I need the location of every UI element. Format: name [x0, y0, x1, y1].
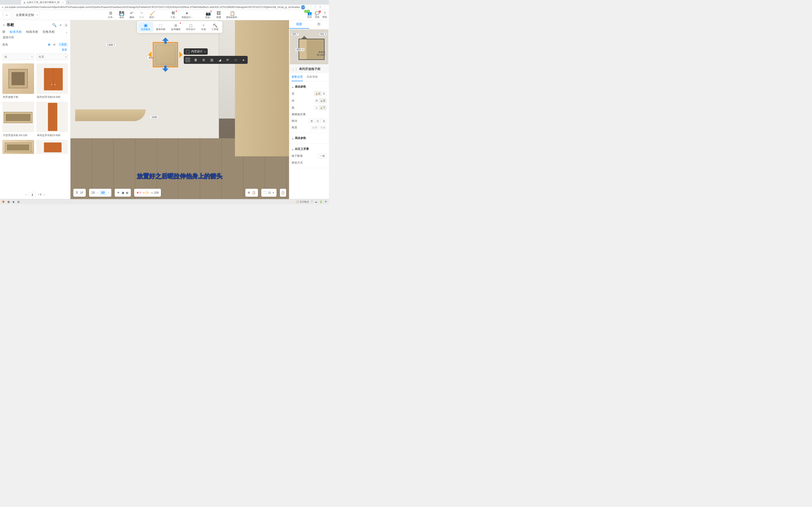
ai-design-button[interactable]: ✦智能设计 [179, 10, 195, 19]
width-anchor[interactable]: 左右 [314, 91, 326, 96]
contrast-icon[interactable]: ◐ [126, 191, 129, 194]
minimap[interactable]: 308.7 691.3 4951.4 未命名 39.19m² [290, 30, 328, 64]
tab-corner[interactable]: 切角吊柜 [43, 30, 55, 34]
undo-button[interactable]: ↶撤销 [127, 10, 137, 19]
app-icon[interactable]: ▦ [7, 201, 10, 203]
chrome-icon[interactable]: ◉ [12, 201, 14, 203]
gallery-button[interactable]: 🖼图册 [214, 10, 223, 19]
mode-dropdown[interactable]: 全屋家具定制 [13, 11, 40, 19]
tab-special[interactable]: 特殊吊柜 [26, 30, 38, 34]
viewport-3d[interactable]: ▣选择整体 ⬚整体风格 ⊕全局编辑 ◻内空设计 ✧生成 🔨工具箱 1308.7 … [70, 20, 289, 199]
expand-icon[interactable]: ⛶ [185, 57, 190, 62]
section-custom[interactable]: ⌄ 自定义变量 [292, 146, 326, 152]
download-icon[interactable]: ⭳ [319, 5, 321, 9]
color-dropdown[interactable]: 色系 [37, 54, 68, 60]
clear-button[interactable]: 🧹清空 [147, 10, 158, 19]
tab-params[interactable]: 参数设置 [292, 73, 303, 81]
profile-avatar[interactable]: 01:29 [301, 5, 305, 9]
erase-icon[interactable]: ◢ [217, 57, 222, 62]
eye-icon[interactable]: 👁 [117, 191, 120, 194]
toolbox-button[interactable]: 🔨工具箱 [209, 22, 221, 32]
tab-drawings[interactable]: 图 [309, 20, 329, 29]
status-chip[interactable]: ✖ 0 ● 29 ▭ 109 [134, 189, 161, 197]
move-axis-icon[interactable]: ⊡ [315, 119, 320, 123]
tray-icon[interactable]: ☁ [315, 201, 317, 203]
move-axis-icon[interactable]: ⊟ [321, 119, 326, 123]
material-dropdown[interactable]: 板 [2, 54, 34, 60]
rotate-icon[interactable]: ⟳ [225, 57, 230, 62]
render-button[interactable]: 📷渲染 [203, 10, 214, 19]
clipboard-button[interactable]: 📋 [280, 189, 286, 197]
favorite-icon[interactable]: ☆ [233, 57, 238, 62]
catalog-item[interactable]: 列开放格子柜 [2, 63, 34, 100]
stretch-arrow-down[interactable] [162, 68, 169, 75]
list-view-icon[interactable]: ≡ [59, 23, 61, 27]
drag-handle-icon[interactable]: ⋮⋮ [292, 67, 298, 71]
reset-link[interactable]: 重置 [0, 48, 70, 53]
move-axis-icon[interactable]: ⊞ [309, 119, 314, 123]
catalog-item[interactable]: 单列左开吊柜23-600 [37, 102, 68, 138]
overall-style-button[interactable]: ⬚整体风格 [153, 22, 168, 32]
news-widget[interactable]: 📋 今日热点 [296, 200, 309, 204]
app-icon[interactable]: ▧ [17, 201, 19, 203]
settings-chip-1[interactable]: ⚙📋 [245, 189, 258, 197]
focus-icon[interactable]: ⌖ [272, 191, 274, 194]
page-input[interactable] [29, 192, 36, 197]
hamburger-icon[interactable]: ≡ [3, 23, 5, 27]
save-button[interactable]: 💾保存 [117, 10, 126, 19]
tab-standard[interactable]: 标准吊柜 [10, 30, 22, 34]
collapse-icon[interactable]: ⇲ [64, 23, 67, 27]
messages-button[interactable]: 1💬消息 [314, 11, 320, 19]
selected-cabinet[interactable] [153, 42, 178, 67]
file-button[interactable]: 🗎文件 [105, 10, 116, 19]
tab-style[interactable]: 风格替换 [307, 73, 318, 81]
menu-icon[interactable]: ⋯ [324, 5, 326, 9]
delete-icon[interactable]: 🗑 [193, 57, 198, 62]
tab-all[interactable]: 部 [2, 30, 5, 34]
back-button[interactable]: ← [3, 11, 11, 19]
depth-anchor[interactable]: 前后 [314, 98, 326, 103]
interior-design-button[interactable]: ◻内空设计 [183, 22, 198, 32]
prev-page-icon[interactable]: ‹ [26, 193, 27, 196]
grid-view-icon[interactable]: ▦ [47, 43, 51, 47]
view-2d-button[interactable]: 2D [91, 191, 95, 194]
help-button[interactable]: ?帮助 [321, 11, 328, 19]
tray-icon[interactable]: ^ [311, 201, 312, 203]
generate-button[interactable]: ✧生成 [198, 22, 209, 32]
close-tab-icon[interactable]: × [62, 1, 63, 4]
subcategory-label[interactable]: 圆弧吊柜 [0, 34, 70, 41]
angle-x-input[interactable]: X 0° [311, 126, 318, 129]
height-anchor[interactable]: 上下 [314, 105, 326, 110]
catalog-item[interactable]: 字型开放吊柜-83-100 [2, 102, 34, 138]
section-basic[interactable]: ⌄ 基础参数 [292, 83, 326, 90]
angle-y-input[interactable]: Y 0° [319, 126, 326, 129]
bookmark-icon[interactable]: ☆ [315, 5, 317, 9]
floor-selector[interactable]: ☰1F [73, 189, 86, 197]
ruler-icon[interactable]: ▥ [209, 57, 214, 62]
measure-icon[interactable]: ⊡ [268, 191, 271, 194]
settings-chip-2[interactable]: ⛶ ⊡ ⌖ [261, 189, 276, 197]
address-bar[interactable]: yun.kujiale.com/cloud/tool/h5/bim?redire… [5, 6, 300, 8]
tray-icon[interactable]: 🔋 [319, 201, 322, 203]
grid-count-select[interactable]: 一格 [318, 154, 326, 158]
view-mode-toggle[interactable]: 2D▾ 3D▾ [89, 189, 111, 197]
catalog-item[interactable] [2, 140, 34, 154]
context-action-primary[interactable]: 内空设计 › [184, 48, 208, 55]
list-view-small-icon[interactable]: ▤ [52, 43, 56, 47]
height-input[interactable] [2, 43, 12, 46]
global-edit-button[interactable]: ⊕全局编辑 [168, 22, 183, 32]
chevron-down-icon[interactable]: ⌄ [65, 30, 68, 34]
browser-tab[interactable]: ◎ 云设计工具_设计设计师设计_轻 × [21, 0, 66, 4]
screenshot-icon[interactable]: ⛶ [264, 191, 266, 194]
filter-button[interactable]: ⫴筛选 [58, 42, 68, 47]
tab-view[interactable]: 视图 [289, 20, 309, 29]
more-icon[interactable]: ▸ [241, 57, 246, 62]
view-3d-button[interactable]: 3D [100, 190, 106, 195]
tools-button[interactable]: 🛠工具 [168, 10, 179, 19]
stretch-arrow-up[interactable] [162, 34, 169, 41]
wardrobe-object[interactable] [235, 20, 289, 156]
new-tab-icon[interactable]: + [66, 1, 71, 4]
next-page-icon[interactable]: › [44, 193, 45, 196]
stretch-arrow-left[interactable] [145, 51, 152, 58]
select-whole-button[interactable]: ▣选择整体 [138, 22, 153, 32]
